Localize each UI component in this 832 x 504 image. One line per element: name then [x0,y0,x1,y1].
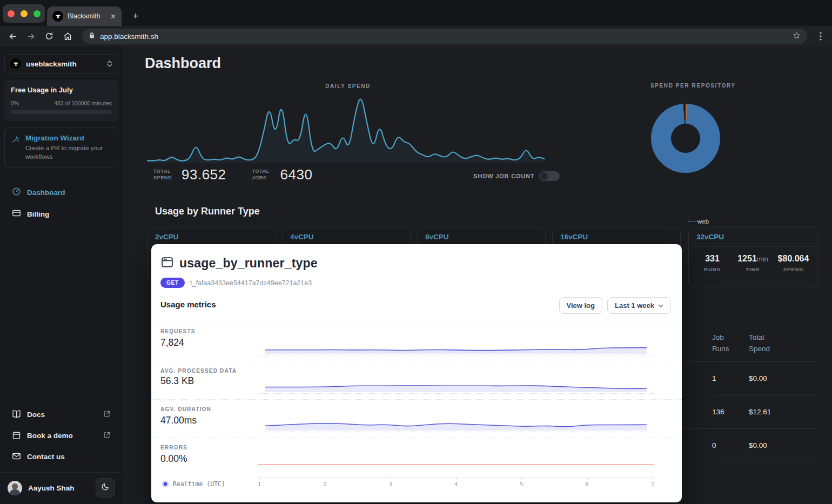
x-tick-label: 2 [323,481,327,488]
chevron-up-down-icon [107,61,112,67]
metric-value: 7,824 [160,337,184,348]
sidebar-link-contact[interactable]: Contact us [4,447,118,467]
time-value: 1251min [733,254,773,264]
runner-card-label: 2vCPU [147,227,275,246]
show-job-count-toggle[interactable] [539,171,560,181]
x-tick-label: 6 [585,481,589,488]
usage-progress-bar [11,110,112,114]
new-tab-button[interactable]: + [129,9,143,23]
close-window-button[interactable] [8,10,15,17]
job-runs-cell: 0 [682,441,737,449]
browser-menu-icon[interactable] [814,29,828,43]
runs-label: RUNS [692,266,733,272]
mail-icon [12,452,21,462]
legend-label: Realtime (UTC) [173,480,225,488]
spend-stats: TOTAL SPEND 93.652 TOTAL JOBS 6430 [153,166,312,183]
view-log-button[interactable]: View log [559,297,603,314]
time-label: TIME [733,266,773,272]
sidebar-item-dashboard[interactable]: Dashboard [4,183,118,202]
jobs-table-header: Job Runs Total Spend [682,325,817,362]
forward-icon[interactable] [23,28,39,44]
x-tick-label: 7 [651,481,655,488]
x-tick-label: 5 [520,481,524,488]
url-bar[interactable]: app.blacksmith.sh [82,29,807,44]
runs-value: 331 [692,254,733,264]
runner-card-32vcpu[interactable]: 32vCPU 331 RUNS 1251min TIME $80.064 SPE… [688,227,817,287]
jobs-table: Job Runs Total Spend 1 $0.00 136 $12.61 … [682,325,817,474]
user-row[interactable]: Aayush Shah [4,478,118,498]
duration-sparkline [258,417,654,432]
blacksmith-favicon-icon [52,11,63,22]
runner-card-label: 32vCPU [689,227,817,246]
show-job-count-label: SHOW JOB COUNT [473,173,534,179]
reload-icon[interactable] [41,28,57,44]
donut-slice-label: web [697,218,709,225]
browser-toolbar: app.blacksmith.sh [0,26,832,46]
table-row: 1 $0.00 [682,362,817,395]
realtime-radio[interactable] [162,481,169,487]
x-axis-ticks: 1234567 [258,478,654,488]
metric-label: AGV. DURATION [160,406,211,412]
table-row: 136 $12.61 [682,395,817,429]
metric-label: REQUESTS [160,328,196,334]
gauge-icon [12,187,21,198]
metric-divider [151,399,682,400]
usage-by-runner-type-heading: Usage by Runner Type [155,206,260,217]
window-icon [160,256,174,271]
migration-wizard-card[interactable]: Migration Wizard Create a PR to migrate … [4,127,118,167]
browser-tab[interactable]: Blacksmith ✕ [47,6,122,26]
runner-card-label: 4vCPU [283,227,410,246]
requests-sparkline [258,340,654,355]
table-row: 0 $0.00 [682,462,817,474]
tab-title: Blacksmith [68,12,106,20]
range-dropdown[interactable]: Last 1 week [607,297,671,314]
sidebar-link-label: Docs [27,411,45,419]
spend-value: $80.064 [773,254,814,264]
usage-percent: 0% [11,100,19,106]
sidebar-item-billing[interactable]: Billing [4,204,118,224]
daily-spend-chart [147,91,545,164]
lock-icon [89,31,95,41]
total-spend-cell: $0.00 [737,441,791,449]
sidebar-links: Docs Book a demo [4,405,118,467]
browser-tab-strip: Blacksmith ✕ + [0,0,832,26]
bookmark-star-icon[interactable] [793,31,801,42]
sidebar-divider [0,472,123,473]
spend-per-repository-donut [651,104,720,173]
sidebar-link-label: Book a demo [27,432,73,440]
theme-toggle-button[interactable] [96,478,115,498]
external-link-icon [103,431,111,440]
token-text: t_fafaa3433ee54417a7dc49ee721a21e3 [190,279,312,287]
metric-divider [151,361,682,361]
processed-data-sparkline [258,379,654,394]
x-tick-label: 3 [388,481,392,488]
job-runs-cell: 1 [682,374,737,382]
url-text: app.blacksmith.sh [100,32,788,41]
sidebar-item-label: Billing [27,210,49,218]
modal-divider [151,320,682,320]
migration-wizard-subtitle: Create a PR to migrate your workflows [25,144,106,161]
total-spend-cell: $0.00 [737,374,791,382]
runner-card-label: 8vCPU [418,227,545,246]
sidebar-link-label: Contact us [27,453,65,461]
browser-window: Blacksmith ✕ + app.blacksmith.sh [0,0,832,504]
free-usage-title: Free Usage in July [11,86,112,94]
home-icon[interactable] [59,28,76,44]
page-title: Dashboard [145,55,221,72]
spend-per-repository-title: SPEND PER REPOSITORY [650,83,736,89]
usage-metrics-heading: Usage metrics [160,300,216,309]
org-selector[interactable]: useblacksmith [4,54,118,73]
sidebar-link-book-demo[interactable]: Book a demo [4,426,118,446]
table-row: 0 $0.00 [682,429,817,462]
minimize-window-button[interactable] [21,10,28,17]
total-jobs-label: TOTAL JOBS [252,169,276,181]
maximize-window-button[interactable] [33,10,41,17]
back-icon[interactable] [4,28,21,44]
sidebar-link-docs[interactable]: Docs [4,405,118,425]
magic-wand-icon [11,135,20,161]
tab-close-icon[interactable]: ✕ [110,12,116,21]
method-badge: GET [160,278,185,288]
metric-value: 0.00% [160,453,187,465]
avatar [8,481,22,495]
runner-card-stats: 331 RUNS 1251min TIME $80.064 SPEND [689,246,817,272]
